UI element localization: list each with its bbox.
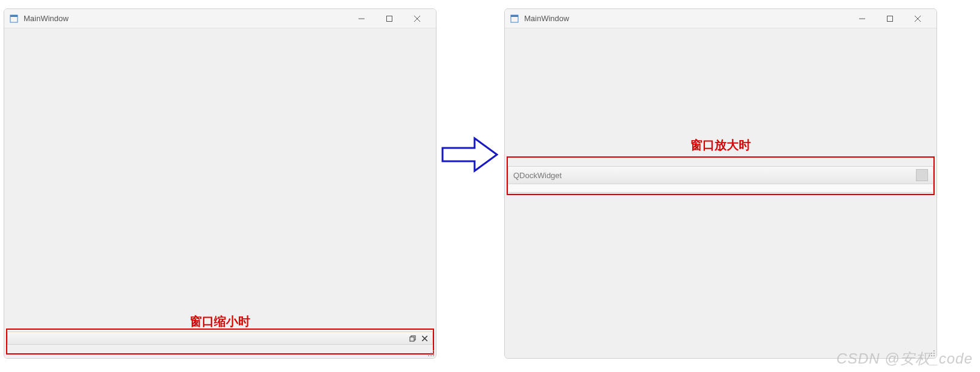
svg-rect-1 [10,15,18,17]
window-body: 窗口放大时 QDockWidget [505,28,936,358]
svg-point-15 [433,355,434,356]
window-title: MainWindow [24,14,348,23]
minimize-button[interactable] [848,10,876,28]
dock-close-icon[interactable] [420,334,429,342]
minimize-button[interactable] [348,10,375,28]
svg-point-12 [433,353,434,354]
svg-point-13 [428,355,429,356]
dock-float-icon[interactable] [408,334,417,342]
dock-widget-title: QDockWidget [513,171,916,180]
svg-rect-7 [410,337,414,341]
right-window: MainWindow 窗口放大时 QDockWidget [504,8,937,359]
window-title: MainWindow [524,14,848,23]
titlebar[interactable]: MainWindow [4,9,436,28]
dock-control-button[interactable] [916,169,928,181]
watermark: CSDN @安权_code [837,349,973,368]
left-window: MainWindow 窗口缩小时 [4,8,436,359]
app-icon [9,14,19,24]
svg-rect-3 [387,16,392,21]
window-controls [848,10,932,28]
maximize-button[interactable] [375,10,403,28]
close-button[interactable] [904,10,932,28]
arrow-icon [441,136,499,173]
annotation-large-window: 窗口放大时 [690,137,751,153]
annotation-small-window: 窗口缩小时 [190,313,250,330]
window-controls [348,10,431,28]
svg-point-11 [430,353,432,354]
dock-widget-bar[interactable] [7,332,433,345]
svg-point-10 [433,350,434,351]
resize-grip-icon[interactable] [426,348,435,357]
dock-widget-bar[interactable]: QDockWidget [508,166,933,184]
dock-widget-content [508,184,933,193]
svg-rect-19 [888,16,893,21]
svg-rect-17 [511,15,518,17]
maximize-button[interactable] [876,10,904,28]
app-icon [510,14,519,24]
window-body: 窗口缩小时 [4,28,436,358]
svg-point-14 [430,355,432,356]
titlebar[interactable]: MainWindow [505,9,936,28]
close-button[interactable] [403,10,431,28]
